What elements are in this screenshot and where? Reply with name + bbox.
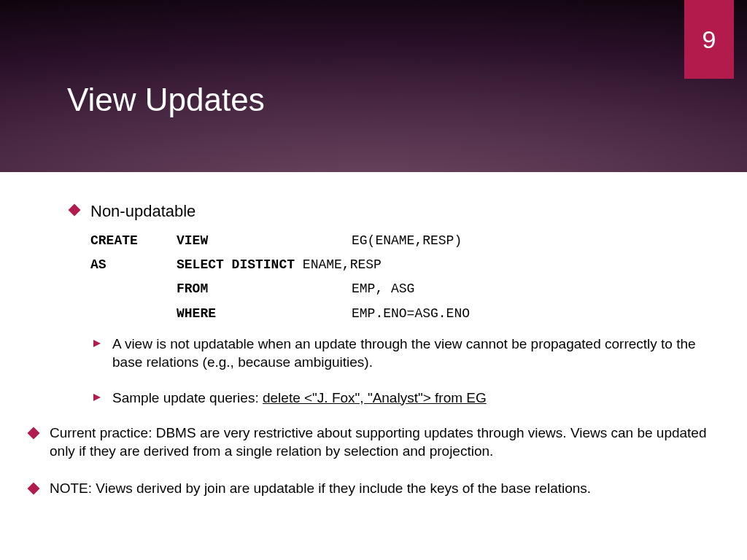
- bullet-non-updatable: Non-updatable CREATE VIEW EG(ENAME,RESP)…: [70, 201, 718, 407]
- sample-lead: Sample update queries:: [112, 390, 263, 405]
- bullet-current-practice: Current practice: DBMS are very restrict…: [29, 424, 718, 460]
- code-viewname: EG(ENAME,RESP): [352, 233, 718, 249]
- code-keyword-select-distinct: SELECT DISTINCT: [177, 257, 295, 272]
- code-from-tables: EMP, ASG: [352, 281, 718, 298]
- sample-query-underlined: delete <"J. Fox", "Analyst"> from EG: [263, 390, 487, 405]
- sub-bullet-sample: Sample update queries: delete <"J. Fox",…: [93, 389, 718, 408]
- section-heading: Non-updatable: [90, 201, 718, 222]
- code-row-2: AS SELECT DISTINCT ENAME,RESP: [90, 257, 718, 273]
- code-row-4: WHERE EMP.ENO=ASG.ENO: [90, 306, 718, 322]
- code-keyword-as: AS: [90, 257, 177, 273]
- sql-code-block: CREATE VIEW EG(ENAME,RESP) AS SELECT DIS…: [90, 233, 718, 323]
- code-empty-2: [90, 306, 177, 322]
- code-select-cols: ENAME,RESP: [295, 257, 382, 272]
- bullet-note: NOTE: Views derived by join are updatabl…: [29, 480, 718, 498]
- slide-title: View Updates: [67, 82, 265, 118]
- code-keyword-where: WHERE: [177, 306, 352, 322]
- code-keyword-view: VIEW: [177, 233, 352, 249]
- code-keyword-create: CREATE: [90, 233, 177, 249]
- code-where-clause: EMP.ENO=ASG.ENO: [352, 306, 718, 322]
- page-number-text: 9: [703, 26, 716, 54]
- code-keyword-from: FROM: [177, 281, 352, 298]
- page-number: 9: [684, 0, 734, 79]
- code-row-3: FROM EMP, ASG: [90, 281, 718, 298]
- code-select-line: SELECT DISTINCT ENAME,RESP: [177, 257, 382, 273]
- code-empty-1: [90, 281, 177, 298]
- code-row-1: CREATE VIEW EG(ENAME,RESP): [90, 233, 718, 249]
- slide-header: 9 View Updates: [0, 0, 747, 172]
- slide-content: Non-updatable CREATE VIEW EG(ENAME,RESP)…: [0, 172, 747, 497]
- sub-bullet-explanation: A view is not updatable when an update t…: [93, 335, 718, 371]
